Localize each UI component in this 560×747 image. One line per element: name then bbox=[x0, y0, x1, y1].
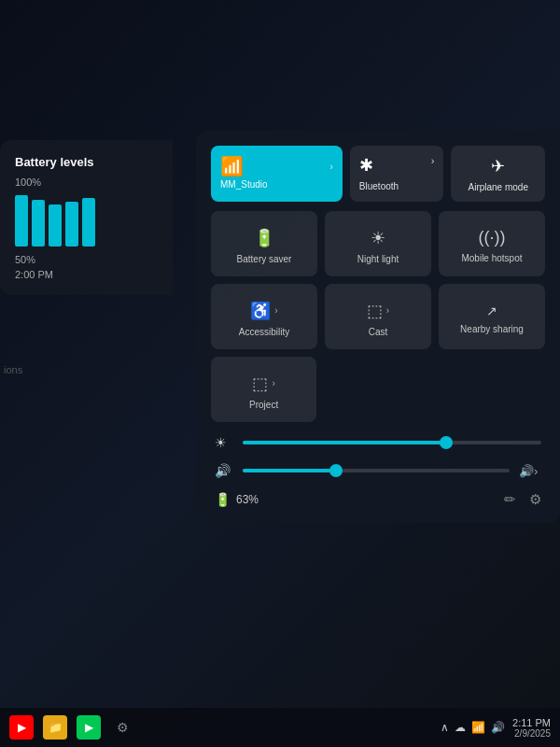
battery-bar-4 bbox=[65, 202, 78, 247]
youtube-taskbar-icon[interactable]: ▶ bbox=[9, 715, 34, 740]
quick-settings-bottom-bar: 🔋 63% ✏ ⚙ bbox=[211, 491, 545, 508]
sliders-section: ☀ 🔊 🔊› bbox=[211, 435, 545, 478]
battery-time-label: 2:00 PM bbox=[15, 269, 158, 280]
night-light-tile[interactable]: ☀ Night light bbox=[325, 211, 431, 276]
battery-status: 🔋 63% bbox=[215, 492, 259, 507]
volume-thumb[interactable] bbox=[329, 464, 343, 477]
tiles-row-2: ♿ › Accessibility ⬚ › Cast ↗ Ne bbox=[211, 284, 545, 349]
wifi-chevron-icon: › bbox=[329, 161, 333, 172]
edit-icon[interactable]: ✏ bbox=[504, 491, 516, 508]
accessibility-icon: ♿ bbox=[250, 301, 271, 321]
settings-taskbar-icon[interactable]: ⚙ bbox=[110, 715, 134, 740]
accessibility-tile[interactable]: ♿ › Accessibility bbox=[211, 284, 317, 349]
battery-bar-1 bbox=[15, 195, 28, 247]
accessibility-label: Accessibility bbox=[239, 327, 289, 337]
battery-50-label: 50% bbox=[15, 254, 158, 265]
cast-label: Cast bbox=[369, 327, 388, 337]
volume-icon: 🔊 bbox=[215, 463, 233, 478]
nearby-sharing-label: Nearby sharing bbox=[460, 324, 524, 334]
battery-percent-text: 63% bbox=[236, 493, 259, 506]
taskbar-date-text: 2/9/2025 bbox=[512, 728, 551, 739]
battery-saver-label: Battery saver bbox=[237, 254, 292, 264]
brightness-thumb[interactable] bbox=[440, 436, 453, 449]
taskbar-right: ∧ ☁ 📶 🔊 2:11 PM 2/9/2025 bbox=[441, 717, 551, 739]
cast-tile[interactable]: ⬚ › Cast bbox=[325, 284, 431, 349]
play-symbol: ▶ bbox=[85, 721, 93, 734]
volume-slider-row: 🔊 🔊› bbox=[215, 463, 541, 478]
brightness-slider-row: ☀ bbox=[215, 435, 541, 450]
night-light-label: Night light bbox=[357, 254, 399, 264]
files-symbol: 📁 bbox=[49, 721, 63, 734]
battery-saver-icon: 🔋 bbox=[254, 228, 274, 248]
volume-track[interactable] bbox=[243, 469, 510, 472]
youtube-symbol: ▶ bbox=[18, 721, 26, 734]
volume-end-icon: 🔊› bbox=[519, 464, 541, 478]
battery-bar-3 bbox=[49, 204, 62, 247]
brightness-fill bbox=[243, 441, 446, 444]
taskbar: ▶ 📁 ▶ ⚙ ∧ ☁ 📶 🔊 2:11 PM 2/9/2025 bbox=[0, 708, 560, 747]
mobile-hotspot-icon: ((·)) bbox=[479, 228, 506, 247]
nearby-sharing-tile[interactable]: ↗ Nearby sharing bbox=[439, 284, 545, 349]
cast-icon: ⬚ bbox=[367, 301, 383, 321]
bluetooth-chevron-icon: › bbox=[431, 155, 435, 177]
tiles-grid: 🔋 Battery saver ☀ Night light ((·)) Mobi… bbox=[211, 211, 545, 422]
taskbar-cloud-icon: ☁ bbox=[455, 721, 466, 734]
bottom-action-icons: ✏ ⚙ bbox=[504, 491, 541, 508]
taskbar-arrow-icon[interactable]: ∧ bbox=[441, 721, 449, 734]
taskbar-volume-icon[interactable]: 🔊 bbox=[491, 721, 505, 734]
taskbar-time-text: 2:11 PM bbox=[512, 717, 551, 728]
project-icon: ⬚ bbox=[252, 374, 268, 394]
project-tile[interactable]: ⬚ › Project bbox=[211, 357, 316, 422]
play-taskbar-icon[interactable]: ▶ bbox=[77, 715, 101, 740]
battery-panel: Battery levels 100% 50% 2:00 PM bbox=[0, 140, 173, 295]
taskbar-datetime[interactable]: 2:11 PM 2/9/2025 bbox=[512, 717, 551, 739]
mobile-hotspot-tile[interactable]: ((·)) Mobile hotspot bbox=[439, 211, 545, 276]
night-light-icon: ☀ bbox=[371, 228, 385, 248]
wifi-tile[interactable]: 📶 › MM_Studio bbox=[211, 146, 343, 202]
airplane-label: Airplane mode bbox=[468, 182, 527, 192]
battery-bar-5 bbox=[82, 198, 95, 247]
taskbar-system-icons: ∧ ☁ 📶 🔊 bbox=[441, 721, 505, 734]
bluetooth-icon: ✱ bbox=[359, 155, 373, 176]
wifi-icon: 📶 bbox=[220, 155, 244, 177]
tiles-row-3: ⬚ › Project bbox=[211, 357, 545, 422]
battery-saver-tile[interactable]: 🔋 Battery saver bbox=[211, 211, 317, 276]
volume-fill bbox=[243, 469, 336, 472]
taskbar-left: ▶ 📁 ▶ ⚙ bbox=[9, 715, 134, 740]
nearby-sharing-icon: ↗ bbox=[486, 303, 497, 318]
battery-bars bbox=[15, 195, 158, 247]
accessibility-chevron-icon: › bbox=[274, 305, 277, 316]
mobile-hotspot-label: Mobile hotspot bbox=[461, 253, 522, 263]
side-text: ions bbox=[4, 364, 22, 375]
settings-icon[interactable]: ⚙ bbox=[529, 491, 541, 508]
project-chevron-icon: › bbox=[272, 378, 274, 388]
project-label: Project bbox=[249, 400, 278, 410]
quick-settings-panel: 📶 › MM_Studio ✱ › Bluetooth ✈ Airplane m… bbox=[196, 131, 560, 523]
tiles-row-1: 🔋 Battery saver ☀ Night light ((·)) Mobi… bbox=[211, 211, 545, 276]
battery-100-label: 100% bbox=[15, 176, 158, 188]
battery-title: Battery levels bbox=[15, 155, 158, 169]
bluetooth-tile[interactable]: ✱ › Bluetooth bbox=[350, 146, 444, 202]
taskbar-wifi-icon[interactable]: 📶 bbox=[471, 721, 485, 734]
battery-status-icon: 🔋 bbox=[215, 492, 231, 507]
bluetooth-label: Bluetooth bbox=[359, 181, 399, 191]
settings-symbol: ⚙ bbox=[117, 720, 129, 735]
cast-chevron-icon: › bbox=[386, 305, 389, 316]
brightness-icon: ☀ bbox=[215, 435, 233, 450]
airplane-tile[interactable]: ✈ Airplane mode bbox=[451, 146, 545, 202]
wifi-name: MM_Studio bbox=[220, 179, 268, 190]
battery-bar-2 bbox=[32, 200, 45, 247]
files-taskbar-icon[interactable]: 📁 bbox=[43, 715, 67, 740]
brightness-track[interactable] bbox=[243, 441, 541, 444]
desktop: Battery levels 100% 50% 2:00 PM ions 📶 ›… bbox=[0, 0, 560, 747]
top-tiles-row: 📶 › MM_Studio ✱ › Bluetooth ✈ Airplane m… bbox=[211, 146, 545, 202]
airplane-icon: ✈ bbox=[491, 156, 505, 176]
